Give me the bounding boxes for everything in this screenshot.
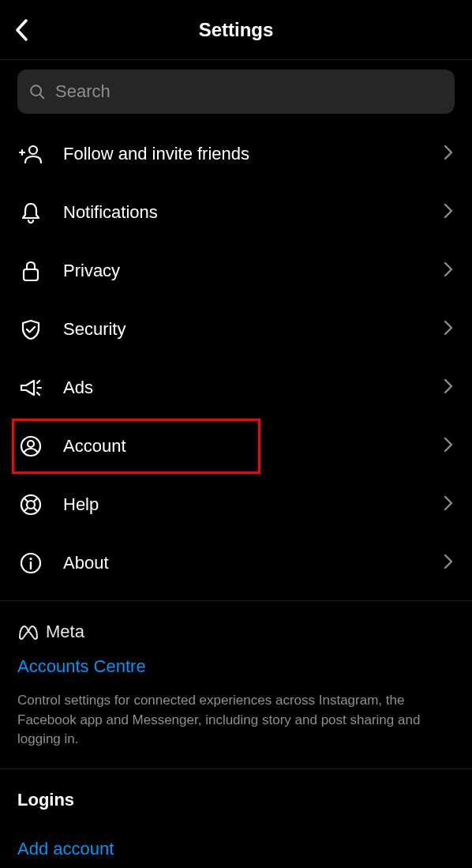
megaphone-icon bbox=[19, 376, 43, 400]
menu-item-label: Follow and invite friends bbox=[63, 144, 423, 164]
svg-point-5 bbox=[21, 495, 40, 514]
info-icon bbox=[19, 551, 43, 575]
meta-section: Meta Accounts Centre Control settings fo… bbox=[0, 601, 472, 769]
menu-item-notifications[interactable]: Notifications bbox=[0, 183, 472, 242]
chevron-right-icon bbox=[444, 554, 453, 573]
meta-brand-row: Meta bbox=[17, 622, 455, 642]
svg-point-1 bbox=[29, 146, 37, 154]
chevron-right-icon bbox=[444, 145, 453, 163]
chevron-right-icon bbox=[444, 320, 453, 339]
lock-icon bbox=[19, 259, 43, 283]
search-box[interactable] bbox=[17, 70, 455, 114]
menu-item-help[interactable]: Help bbox=[0, 475, 472, 534]
chevron-right-icon bbox=[444, 495, 453, 514]
chevron-right-icon bbox=[444, 203, 453, 222]
menu-item-label: Account bbox=[63, 436, 423, 457]
menu-item-label: Privacy bbox=[63, 261, 423, 281]
menu-item-privacy[interactable]: Privacy bbox=[0, 242, 472, 300]
svg-point-4 bbox=[28, 441, 34, 447]
menu-item-follow-invite[interactable]: Follow and invite friends bbox=[0, 125, 472, 183]
settings-menu: Follow and invite friends Notifications … bbox=[0, 122, 472, 600]
search-icon bbox=[28, 83, 46, 100]
menu-item-label: About bbox=[63, 553, 423, 573]
svg-point-8 bbox=[29, 558, 32, 560]
page-title: Settings bbox=[199, 19, 274, 41]
svg-rect-2 bbox=[24, 269, 38, 280]
meta-description: Control settings for connected experienc… bbox=[17, 691, 455, 750]
menu-item-label: Security bbox=[63, 319, 423, 340]
menu-item-label: Ads bbox=[63, 378, 423, 398]
back-button[interactable] bbox=[8, 16, 36, 44]
bell-icon bbox=[19, 201, 43, 224]
header: Settings bbox=[0, 0, 472, 60]
add-account-link[interactable]: Add account bbox=[17, 839, 455, 859]
meta-brand-label: Meta bbox=[46, 622, 84, 642]
menu-item-account[interactable]: Account bbox=[0, 417, 472, 475]
add-person-icon bbox=[19, 142, 43, 166]
menu-item-security[interactable]: Security bbox=[0, 300, 472, 359]
chevron-right-icon bbox=[444, 261, 453, 280]
menu-item-label: Help bbox=[63, 494, 423, 515]
logins-title: Logins bbox=[17, 790, 455, 810]
accounts-centre-link[interactable]: Accounts Centre bbox=[17, 656, 455, 677]
chevron-right-icon bbox=[444, 378, 453, 397]
menu-item-label: Notifications bbox=[63, 202, 423, 223]
logins-section: Logins Add account bbox=[0, 769, 472, 859]
chevron-left-icon bbox=[14, 18, 30, 42]
search-container bbox=[0, 60, 472, 122]
user-circle-icon bbox=[19, 434, 43, 458]
shield-icon bbox=[19, 318, 43, 341]
search-input[interactable] bbox=[55, 81, 444, 102]
chevron-right-icon bbox=[444, 437, 453, 456]
menu-item-ads[interactable]: Ads bbox=[0, 359, 472, 417]
lifebuoy-icon bbox=[19, 493, 43, 517]
menu-item-about[interactable]: About bbox=[0, 534, 472, 592]
meta-logo-icon bbox=[17, 624, 39, 640]
